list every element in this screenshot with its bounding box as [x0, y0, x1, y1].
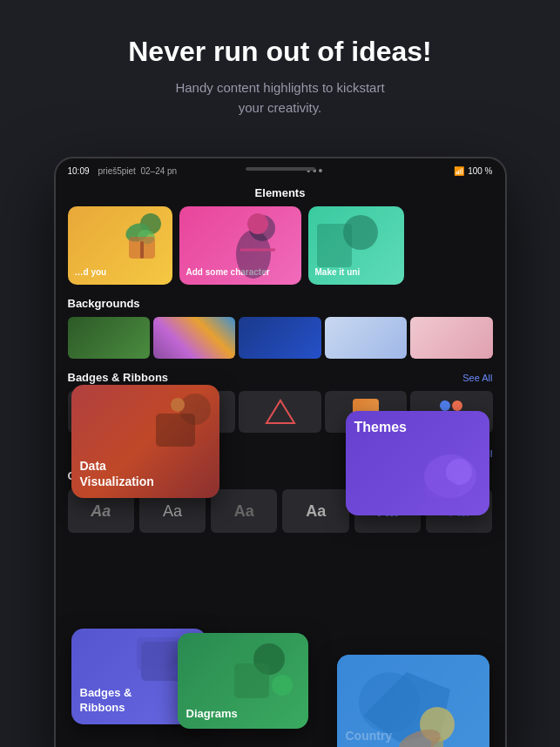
char-thumb-3[interactable]: Aa	[211, 489, 277, 533]
float-country-card[interactable]: CountryMaps	[337, 655, 489, 747]
svg-point-14	[171, 398, 185, 412]
svg-rect-10	[317, 224, 352, 267]
diagrams-label: Diagrams	[186, 707, 300, 720]
bg-thumb-3[interactable]	[239, 317, 320, 359]
country-map-illustration	[337, 655, 489, 747]
diagrams-illustration	[226, 637, 304, 707]
backgrounds-header: Backgrounds	[68, 297, 493, 310]
svg-point-7	[247, 213, 268, 234]
backgrounds-grid	[68, 317, 493, 359]
plant-illustration	[116, 211, 168, 263]
more-dots: •••	[307, 164, 325, 178]
data-viz-illustration	[152, 392, 213, 453]
bg-thumb-2[interactable]	[153, 317, 235, 359]
battery-label: 100 %	[468, 166, 492, 176]
svg-rect-13	[156, 414, 195, 447]
device-frame: 10:09 prieš5piet 02–24 pn ••• 📶 100 % El…	[54, 157, 507, 747]
float-diagrams-card[interactable]: Diagrams	[178, 633, 308, 729]
themes-illustration	[398, 441, 485, 511]
banners-row: …d you Add some character	[68, 206, 493, 285]
badges-header: Badges & Ribbons See All	[68, 371, 493, 384]
status-date: prieš5piet 02–24 pn	[98, 166, 178, 176]
float-data-viz-card[interactable]: DataVisualization	[71, 385, 219, 498]
status-dots: •••	[307, 164, 325, 178]
app-title: Elements	[56, 183, 505, 206]
status-right: 📶 100 %	[454, 166, 492, 176]
teal-illustration	[308, 206, 404, 285]
banner-card-teal[interactable]: Make it uni	[308, 206, 404, 285]
device-mockup: 10:09 prieš5piet 02–24 pn ••• 📶 100 % El…	[54, 157, 507, 747]
badges-title: Badges & Ribbons	[68, 371, 169, 384]
banner-card-pink[interactable]: Add some character	[179, 206, 301, 285]
header-section: Never run out of ideas! Handy content hi…	[0, 0, 560, 135]
char-thumb-4[interactable]: Aa	[282, 489, 348, 533]
svg-rect-19	[137, 637, 180, 670]
badge-icon-3	[265, 399, 296, 425]
svg-marker-11	[267, 400, 294, 423]
backgrounds-title: Backgrounds	[68, 297, 140, 310]
bg-thumb-1[interactable]	[68, 317, 150, 359]
float-themes-card[interactable]: Themes	[346, 411, 489, 515]
figure-illustration	[179, 206, 301, 285]
svg-point-23	[272, 675, 293, 696]
themes-label: Themes	[354, 420, 481, 435]
data-viz-label: DataVisualization	[80, 458, 211, 489]
status-bar: 10:09 prieš5piet 02–24 pn ••• 📶 100 %	[56, 158, 505, 183]
svg-point-17	[424, 479, 459, 500]
wifi-icon: 📶	[454, 166, 464, 176]
svg-point-6	[236, 230, 271, 279]
bg-thumb-4[interactable]	[325, 317, 407, 359]
status-time: 10:09	[68, 166, 90, 176]
page-title: Never run out of ideas!	[52, 35, 508, 68]
page-subtitle: Handy content highlights to kickstartyou…	[52, 78, 508, 118]
svg-rect-22	[234, 663, 269, 698]
device-pill	[246, 167, 315, 171]
banner-card-yellow[interactable]: …d you	[68, 206, 172, 285]
badges-see-all[interactable]: See All	[462, 373, 492, 383]
svg-rect-4	[129, 237, 155, 259]
bg-thumb-5[interactable]	[410, 317, 492, 359]
banner-label-yellow: …d you	[75, 267, 107, 278]
badge-thumb-3[interactable]	[239, 391, 320, 433]
